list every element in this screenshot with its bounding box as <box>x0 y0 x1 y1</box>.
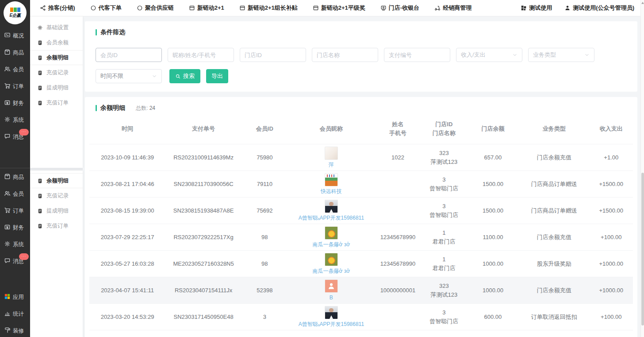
filter-card: 条件筛选 收入/支出业务类型 时间不限 搜索 导出 <box>85 21 637 92</box>
table-row[interactable]: 2023-08-15 19:39:00SN2308151938487A8E756… <box>89 198 633 224</box>
cell-member-id: 3 <box>242 304 288 330</box>
doc-icon <box>37 70 43 76</box>
topnav-item-5[interactable]: 新链动2+1组长补贴 <box>239 4 298 12</box>
submenu-item-基础设置[interactable]: 基础设置 <box>30 20 83 35</box>
cell-store-balance: 657.00 <box>467 144 519 171</box>
cell-biz-type: 订单取消返回抵扣 <box>519 304 590 330</box>
cell-time: 2023-08-21 17:04:46 <box>89 171 165 198</box>
member-avatar <box>325 173 338 186</box>
submenu-item-充值记录[interactable]: 充值记录 <box>30 188 83 203</box>
sidebar-item-装修[interactable]: 装修 <box>0 322 30 337</box>
cell-pay-no: SN230821170390056C <box>165 171 242 198</box>
submenu-item-提成明细[interactable]: 提成明细 <box>30 203 83 218</box>
sidebar-item-会员[interactable]: 会员 <box>0 186 30 202</box>
topnav-item-6[interactable]: 新链动2+1平级奖 <box>313 4 365 12</box>
cell-member-id: 75692 <box>242 198 288 224</box>
table-row[interactable]: 3 <box>89 330 633 337</box>
sidebar-item-统计[interactable]: 统计 <box>0 306 30 322</box>
table-row[interactable]: 2023-05-27 16:03:28ME20230527160328N598南… <box>89 251 633 277</box>
member-nickname-link[interactable]: 南瓜一条藤ở зở <box>313 267 350 275</box>
table-row[interactable]: 2023-07-29 22:25:17RS20230729222517Xg98南… <box>89 224 633 251</box>
doc-icon <box>37 55 43 61</box>
topnav-item-1[interactable]: 推客(分销) <box>40 4 75 12</box>
store-name-input[interactable] <box>312 48 378 62</box>
scrollbar-thumb[interactable] <box>641 173 644 325</box>
income-expense-select[interactable]: 收入/支出 <box>456 48 522 62</box>
table-row[interactable]: 2023-10-09 11:46:39RS20231009114639Mz759… <box>89 144 633 171</box>
account-menu[interactable]: 测试使用(公众号管理员) <box>564 4 634 12</box>
submenu-item-提成明细[interactable]: 提成明细 <box>30 80 83 95</box>
table-row[interactable]: 2023-03-20 14:53:29SN2303171450950E483A曾… <box>89 304 633 330</box>
cell-phone: 1022 <box>375 144 421 171</box>
sidebar-item-财务[interactable]: 财务 <box>0 219 30 236</box>
sidebar-item-商品[interactable]: 商品 <box>0 44 30 61</box>
topnav-item-7[interactable]: 门店-收银台 <box>380 4 419 12</box>
cell-nickname: 南瓜一条藤ở зở <box>288 251 375 277</box>
submenu-item-会员余额[interactable]: 会员余额 <box>30 35 83 50</box>
sidebar-item-订单[interactable]: 订单 <box>0 202 30 219</box>
account-label: 测试使用(公众号管理员) <box>573 4 634 12</box>
cell-store: 323萍测试123 <box>421 277 467 304</box>
sidebar-item-系统[interactable]: 系统 <box>0 236 30 253</box>
brand-logo[interactable]: E企赢 <box>4 1 27 24</box>
submenu-item-余额明细[interactable]: 余额明细 <box>30 50 83 65</box>
member-nickname-link[interactable]: 萍 <box>329 161 334 169</box>
submenu-item-充值订单[interactable]: 充值订单 <box>30 218 83 233</box>
cell-time: 2023-08-15 19:39:00 <box>89 198 165 224</box>
submenu-item-label: 充值记录 <box>46 69 69 77</box>
topnav-item-8[interactable]: 经销商管理 <box>434 4 472 12</box>
table-row[interactable]: 2023-08-21 17:04:46SN230821170390056C791… <box>89 171 633 198</box>
sidebar-item-订单[interactable]: 订单 <box>0 78 30 95</box>
submenu-group-1: 基础设置会员余额余额明细充值记录提成明细充值订单 <box>30 20 83 110</box>
column-header: 姓名手机号 <box>375 114 421 144</box>
sidebar-item-label: 系统 <box>13 241 24 248</box>
member-nickname-link[interactable]: 南瓜一条藤ở зở <box>313 240 350 248</box>
sidebar-item-系统[interactable]: 系统 <box>0 112 30 128</box>
pos-icon <box>380 5 387 11</box>
store-id-input[interactable] <box>240 48 306 62</box>
cell-nickname: A曾智聪ₓAPP开发15986811 <box>288 198 375 224</box>
submenu-item-充值记录[interactable]: 充值记录 <box>30 65 83 80</box>
pay-no-input[interactable] <box>384 48 450 62</box>
sidebar-item-label: 会员 <box>13 190 24 198</box>
topnav-item-4[interactable]: 新链动2+1 <box>189 4 224 12</box>
export-button[interactable]: 导出 <box>206 69 228 83</box>
message-badge: ··· <box>19 129 29 136</box>
member-nickname-link[interactable]: B <box>330 294 333 302</box>
search-button[interactable]: 搜索 <box>169 69 200 83</box>
cell-nickname: B <box>288 277 375 304</box>
member-nickname-link[interactable]: A曾智聪ₓAPP开发15986811 <box>299 320 364 328</box>
nickname-name-phone-input[interactable] <box>168 48 234 62</box>
column-header: 收入支出 <box>590 114 633 144</box>
sidebar-item-商品[interactable]: 商品 <box>0 169 30 186</box>
sidebar-item-财务[interactable]: 财务 <box>0 95 30 112</box>
sidebar-item-消息[interactable]: 消息··· <box>0 253 30 270</box>
panel-icon <box>239 5 245 11</box>
topnav-item-2[interactable]: 代客下单 <box>90 4 122 12</box>
workspace-switcher[interactable]: 测试使用 <box>521 4 552 12</box>
time-range-select[interactable]: 时间不限 <box>96 69 162 83</box>
cell-phone: 10000000001 <box>375 277 421 304</box>
table-row[interactable]: 2023-04-07 15:41:11RS20230407154111Jx523… <box>89 277 633 304</box>
table-body: 2023-10-09 11:46:39RS20231009114639Mz759… <box>89 144 633 337</box>
sidebar-item-label: 财务 <box>13 100 24 107</box>
window-scrollbar[interactable] <box>640 0 644 337</box>
member-id-input[interactable] <box>96 48 162 62</box>
sidebar-item-应用[interactable]: 应用 <box>0 289 30 306</box>
sidebar-item-消息[interactable]: 消息··· <box>0 128 30 145</box>
cell-store-balance: 1500.00 <box>467 171 519 198</box>
biz-type-select[interactable]: 业务类型 <box>528 48 594 62</box>
submenu-item-余额明细[interactable]: 余额明细 <box>30 173 83 188</box>
sidebar-item-会员[interactable]: 会员 <box>0 61 30 78</box>
cell-member-id <box>242 330 288 337</box>
member-nickname-link[interactable]: A曾智聪ₓAPP开发15986811 <box>299 214 364 222</box>
rail-group-1: 概况商品会员订单财务系统消息··· <box>0 27 30 145</box>
topnav-item-3[interactable]: 聚合供应链 <box>137 4 174 12</box>
cell-member-id: 98 <box>242 251 288 277</box>
sidebar-item-概况[interactable]: 概况 <box>0 27 30 44</box>
cell-pay-no: RS20230729222517Xg <box>165 224 242 251</box>
member-nickname-link[interactable]: 快远科技 <box>321 187 342 195</box>
submenu-item-充值订单[interactable]: 充值订单 <box>30 95 83 110</box>
finance-icon <box>4 224 11 232</box>
scroll-up-arrow-icon[interactable] <box>641 2 644 4</box>
